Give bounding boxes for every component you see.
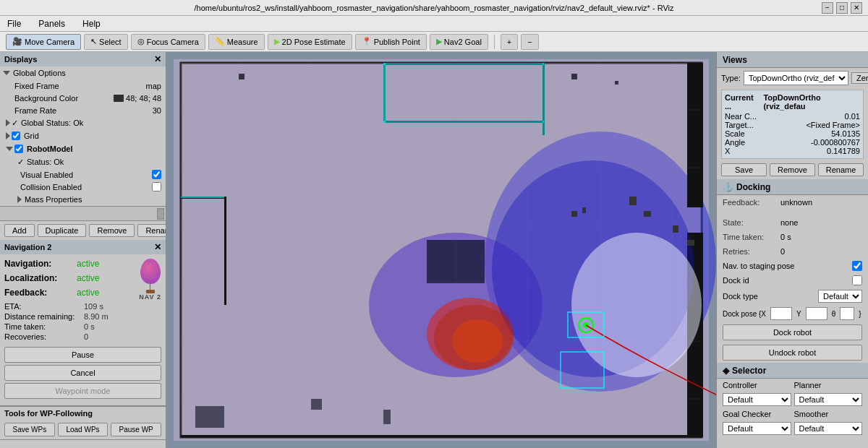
- global-status-item[interactable]: ✓ Global Status: Ok: [0, 116, 166, 129]
- dock-pose-theta-input[interactable]: [840, 307, 854, 320]
- background-color-label: Background Color: [14, 94, 114, 103]
- svg-rect-26: [673, 225, 678, 233]
- navigation2-header: Navigation 2 ✕: [0, 240, 166, 254]
- views-type-select[interactable]: TopDownOrtho (rviz_def: [744, 71, 848, 85]
- mass-properties-item[interactable]: Mass Properties: [0, 193, 166, 206]
- save-wps-button[interactable]: Save WPs: [4, 423, 55, 436]
- menu-panels[interactable]: Panels: [34, 17, 69, 30]
- view-save-button[interactable]: Save: [721, 163, 767, 176]
- grid-checkbox[interactable]: [12, 132, 20, 140]
- views-section: Views Type: TopDownOrtho (rviz_def Zero …: [717, 52, 868, 179]
- current-view-header: Current ... TopDownOrtho (rviz_defau: [725, 93, 860, 111]
- svg-rect-28: [383, 63, 544, 65]
- dock-pose-label: Dock pose {X: [723, 310, 766, 318]
- dock-type-select[interactable]: Default: [818, 290, 862, 303]
- navigation2-title: Navigation 2: [4, 243, 51, 251]
- svg-point-19: [571, 233, 702, 377]
- menu-help[interactable]: Help: [78, 17, 105, 30]
- target-row: Target... <Fixed Frame>: [725, 121, 860, 129]
- displays-header: Displays ✕: [0, 52, 166, 66]
- navigation-status: active: [77, 259, 99, 269]
- grid-label: Grid: [24, 132, 39, 140]
- waypoint-mode-button[interactable]: Waypoint mode: [4, 383, 161, 399]
- tools-section: Tools for WP-Following Save WPs Load WPs…: [0, 406, 166, 440]
- time-taken-label: Time taken:: [4, 322, 84, 331]
- planner-select[interactable]: Default: [794, 393, 863, 406]
- move-camera-button[interactable]: 🎥 Move Camera: [6, 34, 81, 50]
- docking-section: ⚓ Docking Feedback: unknown State: none …: [717, 179, 868, 363]
- grid-item[interactable]: Grid: [0, 129, 166, 142]
- pause-button[interactable]: Pause: [4, 347, 161, 363]
- undock-robot-button[interactable]: Undock robot: [723, 345, 862, 361]
- main-layout: Displays ✕ Global Options Fixed Frame ma…: [0, 52, 868, 448]
- pause-wp-button[interactable]: Pause WP: [111, 423, 161, 436]
- publish-point-button[interactable]: 📍 Publish Point: [355, 34, 427, 50]
- remove-display-button[interactable]: Remove: [89, 224, 135, 237]
- goal-checker-select[interactable]: Default: [723, 422, 791, 435]
- view-remove-button[interactable]: Remove: [770, 163, 815, 176]
- focus-camera-button[interactable]: ◎ Focus Camera: [131, 34, 205, 50]
- dock-pose-y-label: Y: [796, 310, 801, 318]
- mass-properties-expand-icon: [17, 196, 22, 203]
- views-zero-button[interactable]: Zero: [851, 72, 868, 84]
- nav2-goal-button[interactable]: ▶ Nav2 Goal: [430, 34, 488, 50]
- displays-close-icon[interactable]: ✕: [154, 54, 161, 64]
- minimize-button[interactable]: −: [822, 2, 833, 14]
- menu-file[interactable]: File: [3, 17, 25, 30]
- scale-row: Scale 54.0135: [725, 129, 860, 138]
- distance-value: 8.90 m: [84, 312, 109, 321]
- mass-properties-label: Mass Properties: [25, 195, 82, 204]
- left-panel: Displays ✕ Global Options Fixed Frame ma…: [0, 52, 166, 448]
- cancel-button[interactable]: Cancel: [4, 365, 161, 381]
- svg-rect-25: [644, 211, 651, 217]
- rename-display-button[interactable]: Rename: [137, 224, 166, 237]
- near-c-value: 0.01: [845, 112, 860, 121]
- add-tool-button[interactable]: +: [501, 34, 518, 50]
- docking-state-row: State: none: [717, 215, 868, 230]
- docking-retries-row: Retries: 0: [717, 244, 868, 259]
- svg-rect-34: [311, 399, 322, 410]
- smoother-select[interactable]: Default: [794, 422, 863, 435]
- tools-header: Tools for WP-Following: [0, 406, 166, 420]
- global-options-item[interactable]: Global Options: [0, 66, 166, 79]
- robot-model-checkbox[interactable]: [14, 145, 23, 153]
- dock-type-row: Dock type Default: [717, 288, 868, 305]
- dock-id-checkbox[interactable]: [852, 275, 862, 285]
- add-display-button[interactable]: Add: [4, 224, 35, 237]
- publish-icon: 📍: [362, 37, 372, 46]
- visual-enabled-checkbox[interactable]: [152, 170, 161, 179]
- duplicate-display-button[interactable]: Duplicate: [38, 224, 87, 237]
- measure-button[interactable]: 📏 Measure: [208, 34, 265, 50]
- target-value: <Fixed Frame>: [806, 121, 860, 129]
- target-label: Target...: [725, 121, 754, 129]
- select-button[interactable]: ↖ Select: [84, 34, 128, 50]
- goal-checker-smoother-selects: Default Default: [717, 421, 868, 436]
- docking-state-value: none: [780, 218, 798, 227]
- nav-staging-checkbox[interactable]: [852, 261, 862, 271]
- pose-icon: ▶: [274, 37, 280, 46]
- views-type-label: Type:: [721, 74, 741, 82]
- dock-pose-x-input[interactable]: [770, 307, 792, 320]
- selector-section: ◈ Selector Controller Planner Default De…: [717, 363, 868, 436]
- navigation2-close-icon[interactable]: ✕: [154, 242, 161, 252]
- collision-enabled-checkbox[interactable]: [152, 182, 161, 191]
- dock-robot-button[interactable]: Dock robot: [723, 324, 862, 340]
- pose-estimate-button[interactable]: ▶ 2D Pose Estimate: [268, 34, 352, 50]
- close-button[interactable]: ✕: [851, 2, 862, 14]
- maximize-button[interactable]: □: [836, 2, 848, 14]
- display-buttons-row: Add Duplicate Remove Rename: [0, 221, 166, 240]
- controller-select[interactable]: Default: [723, 393, 791, 406]
- view-rename-button[interactable]: Rename: [818, 163, 864, 176]
- color-swatch-icon[interactable]: [114, 95, 124, 102]
- svg-rect-29: [383, 121, 544, 123]
- dock-pose-y-input[interactable]: [806, 307, 827, 320]
- load-wps-button[interactable]: Load WPs: [58, 423, 109, 436]
- map-area[interactable]: [166, 52, 716, 448]
- robot-model-item[interactable]: RobotModel: [0, 142, 166, 155]
- remove-tool-button[interactable]: −: [521, 34, 538, 50]
- selector-header-label: Selector: [732, 366, 766, 376]
- scale-label: Scale: [725, 129, 745, 138]
- docking-retries-label: Retries:: [723, 247, 780, 256]
- views-header: Views: [717, 52, 868, 68]
- near-c-row: Near C... 0.01: [725, 112, 860, 121]
